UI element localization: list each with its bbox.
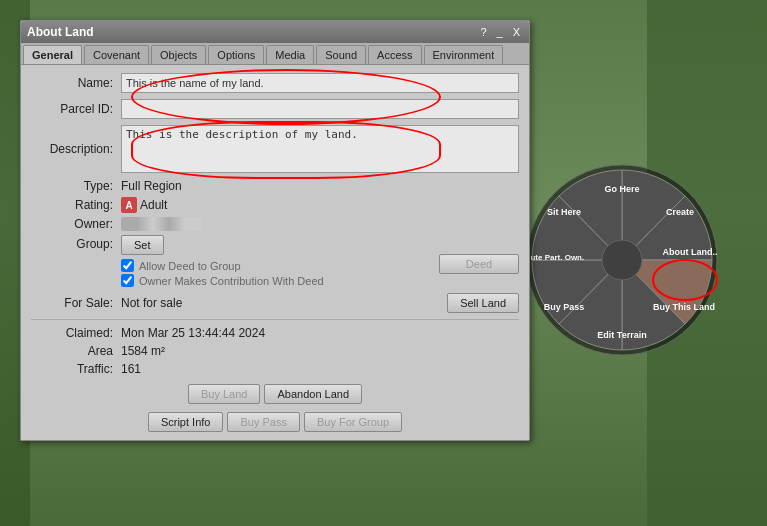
rating-badge: A Adult <box>121 197 167 213</box>
group-label: Group: <box>31 235 121 251</box>
svg-text:Go Here: Go Here <box>604 184 639 194</box>
name-row: Name: <box>31 73 519 93</box>
description-section: Description: This is the description of … <box>31 125 519 173</box>
script-info-button[interactable]: Script Info <box>148 412 224 432</box>
pie-menu[interactable]: Go Here Create Sit Here About Land.. Mut… <box>522 160 742 380</box>
tab-environment[interactable]: Environment <box>424 45 504 64</box>
parcel-label: Parcel ID: <box>31 102 121 116</box>
claimed-label: Claimed: <box>31 326 121 340</box>
buy-land-button[interactable]: Buy Land <box>188 384 260 404</box>
bottom-buttons-row1: Buy Land Abandon Land <box>31 384 519 408</box>
type-value: Full Region <box>121 179 182 193</box>
tab-covenant[interactable]: Covenant <box>84 45 149 64</box>
tab-access[interactable]: Access <box>368 45 421 64</box>
traffic-label: Traffic: <box>31 362 121 376</box>
abandon-land-button[interactable]: Abandon Land <box>264 384 362 404</box>
buy-pass-button[interactable]: Buy Pass <box>227 412 299 432</box>
title-bar: About Land ? _ X <box>21 21 529 43</box>
description-row: Description: This is the description of … <box>31 125 519 173</box>
area-label: Area <box>31 344 121 358</box>
description-label: Description: <box>31 142 121 156</box>
svg-text:Buy This Land: Buy This Land <box>653 302 715 312</box>
group-row: Set <box>121 235 519 255</box>
divider-1 <box>31 319 519 320</box>
tab-general[interactable]: General <box>23 45 82 64</box>
rating-text: Adult <box>140 198 167 212</box>
owner-contribution-label: Owner Makes Contribution With Deed <box>139 275 324 287</box>
allow-deed-checkbox[interactable] <box>121 259 134 272</box>
group-controls: Set Allow Deed to Group Deed Owner Makes… <box>121 235 519 289</box>
description-input[interactable]: This is the description of my land. <box>121 125 519 173</box>
tab-objects[interactable]: Objects <box>151 45 206 64</box>
name-parcel-section: Name: Parcel ID: <box>31 73 519 119</box>
allow-deed-row: Allow Deed to Group <box>121 259 519 272</box>
owner-contribution-row: Owner Makes Contribution With Deed <box>121 274 519 287</box>
name-input[interactable] <box>121 73 519 93</box>
claimed-value: Mon Mar 25 13:44:44 2024 <box>121 326 265 340</box>
svg-text:Buy Pass: Buy Pass <box>544 302 585 312</box>
traffic-row: Traffic: 161 <box>31 362 519 376</box>
tab-bar: General Covenant Objects Options Media S… <box>21 43 529 65</box>
tab-media[interactable]: Media <box>266 45 314 64</box>
svg-text:Sit Here: Sit Here <box>547 207 581 217</box>
owner-row: Owner: <box>31 217 519 231</box>
bottom-buttons-row2: Script Info Buy Pass Buy For Group <box>31 412 519 432</box>
type-row: Type: Full Region <box>31 179 519 193</box>
rating-row: Rating: A Adult <box>31 197 519 213</box>
forsale-row: For Sale: Not for sale Sell Land <box>31 293 519 313</box>
parcel-input[interactable] <box>121 99 519 119</box>
tab-sound[interactable]: Sound <box>316 45 366 64</box>
tab-options[interactable]: Options <box>208 45 264 64</box>
title-controls: ? _ X <box>477 26 523 38</box>
dialog-content: Name: Parcel ID: Description: This is th… <box>21 65 529 440</box>
dialog-title: About Land <box>27 25 94 39</box>
svg-text:Edit Terrain: Edit Terrain <box>597 330 646 340</box>
area-value: 1584 m² <box>121 344 165 358</box>
buy-for-group-button[interactable]: Buy For Group <box>304 412 402 432</box>
rating-label: Rating: <box>31 198 121 212</box>
rating-icon: A <box>121 197 137 213</box>
type-label: Type: <box>31 179 121 193</box>
name-label: Name: <box>31 76 121 90</box>
svg-text:Create: Create <box>666 207 694 217</box>
area-row: Area 1584 m² <box>31 344 519 358</box>
owner-image <box>121 217 201 231</box>
owner-label: Owner: <box>31 217 121 231</box>
close-button[interactable]: X <box>510 26 523 38</box>
help-button[interactable]: ? <box>477 26 489 38</box>
group-section: Group: Set Allow Deed to Group Deed Owne… <box>31 235 519 289</box>
minimize-button[interactable]: _ <box>494 26 506 38</box>
svg-point-1 <box>602 240 642 280</box>
allow-deed-label: Allow Deed to Group <box>139 260 241 272</box>
traffic-value: 161 <box>121 362 141 376</box>
claimed-row: Claimed: Mon Mar 25 13:44:44 2024 <box>31 326 519 340</box>
parcel-row: Parcel ID: <box>31 99 519 119</box>
about-land-dialog: About Land ? _ X General Covenant Object… <box>20 20 530 441</box>
owner-contribution-checkbox[interactable] <box>121 274 134 287</box>
forsale-label: For Sale: <box>31 296 121 310</box>
svg-text:Mute Part. Own.: Mute Part. Own. <box>524 253 584 262</box>
set-button[interactable]: Set <box>121 235 164 255</box>
forsale-value: Not for sale <box>121 296 447 310</box>
sell-land-button[interactable]: Sell Land <box>447 293 519 313</box>
svg-text:About Land..: About Land.. <box>663 247 718 257</box>
